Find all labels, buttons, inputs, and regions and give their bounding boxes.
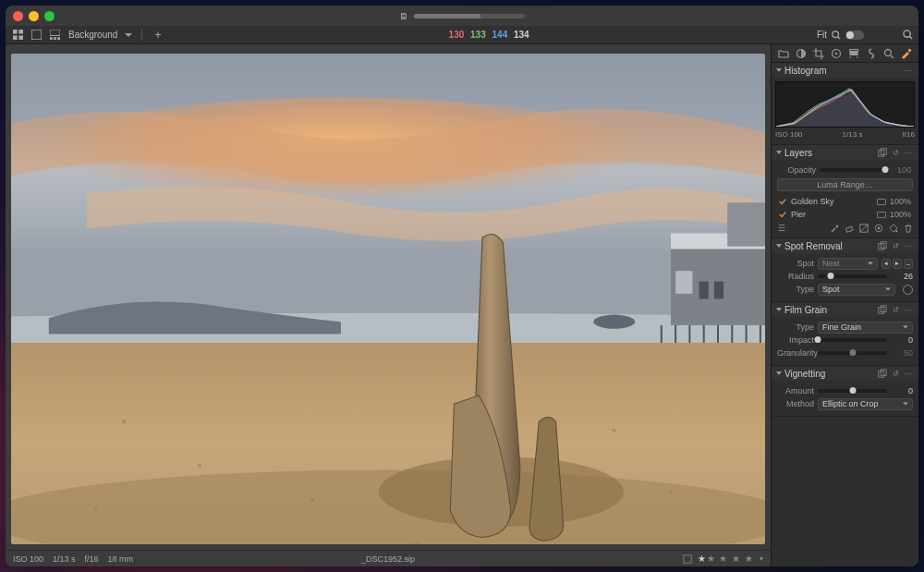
readout-l: 134 [514, 30, 529, 40]
reset-icon[interactable]: ↺ [891, 305, 900, 314]
opacity-slider[interactable] [820, 168, 885, 172]
reset-icon[interactable]: ↺ [891, 369, 900, 378]
grain-granularity-label: Granularity [777, 348, 814, 358]
readout-g: 133 [470, 30, 486, 40]
add-layer-icon[interactable]: ＋ [152, 29, 164, 42]
tab-lens-icon[interactable] [847, 47, 860, 60]
reset-icon[interactable]: ↺ [891, 241, 900, 250]
layer-item[interactable]: Pier 100% [773, 208, 917, 221]
document-icon: 🗎 [399, 11, 408, 21]
linear-gradient-icon[interactable] [859, 224, 869, 233]
disclosure-icon [776, 68, 782, 72]
tab-adjust-icon[interactable] [900, 47, 913, 60]
panel-menu-icon[interactable]: ⋯ [904, 241, 913, 250]
svg-rect-46 [849, 49, 857, 51]
tools-panel: Histogram ⋯ [771, 44, 918, 566]
panel-menu-icon[interactable]: ⋯ [904, 369, 913, 378]
close-window-button[interactable] [13, 11, 23, 21]
luma-range-button[interactable]: Luma Range… [777, 178, 913, 191]
layer-selector-label[interactable]: Background [68, 30, 117, 40]
panel-menu-icon[interactable]: ⋯ [904, 148, 913, 157]
tab-search-icon[interactable] [882, 47, 895, 60]
histogram-graph[interactable] [775, 81, 915, 128]
svg-rect-2 [13, 35, 18, 40]
radius-slider[interactable] [818, 274, 887, 278]
radius-value: 26 [891, 272, 913, 281]
spot-type-select[interactable]: Spot [818, 284, 895, 296]
delete-layer-icon[interactable] [904, 224, 913, 233]
svg-rect-3 [18, 35, 23, 40]
fullscreen-window-button[interactable] [44, 11, 55, 21]
list-tools-icon[interactable]: ☰ [777, 224, 786, 233]
spot-cursor-icon[interactable] [903, 285, 913, 295]
panel-spot-header[interactable]: Spot Removal ↺ ⋯ [772, 238, 918, 253]
vignette-amount-slider[interactable] [818, 389, 887, 393]
spot-prev-button[interactable]: ◂ [881, 259, 891, 269]
svg-point-11 [904, 30, 910, 37]
panel-menu-icon[interactable]: ⋯ [904, 305, 913, 314]
status-filename: _DSC1952.sip [361, 554, 415, 564]
panel-histogram-header[interactable]: Histogram ⋯ [772, 63, 918, 78]
grain-granularity-slider[interactable] [818, 351, 887, 355]
tab-crop-icon[interactable] [812, 47, 825, 60]
panel-grain-header[interactable]: Film Grain ↺ ⋯ [772, 302, 918, 317]
grain-impact-slider[interactable] [818, 338, 887, 342]
viewer-single-icon[interactable] [30, 29, 43, 42]
tab-exposure-icon[interactable] [795, 47, 808, 60]
svg-rect-5 [50, 30, 60, 35]
filmstrip-icon[interactable] [48, 29, 61, 42]
chevron-down-icon[interactable]: ▾ [760, 554, 763, 563]
main-toolbar: Background ＋ 130 133 144 134 Fit [6, 26, 918, 44]
minimize-window-button[interactable] [29, 11, 39, 21]
panel-vignette-header[interactable]: Vignetting ↺ ⋯ [772, 366, 918, 381]
fill-icon[interactable] [889, 224, 898, 233]
grain-type-select[interactable]: Fine Grain [818, 322, 913, 334]
zoom-fit-label[interactable]: Fit [817, 30, 827, 40]
radius-label: Radius [777, 272, 814, 281]
svg-point-38 [669, 490, 673, 493]
vignette-method-select[interactable]: Elliptic on Crop [818, 398, 913, 410]
svg-rect-21 [699, 282, 709, 299]
svg-point-39 [94, 507, 98, 511]
svg-rect-0 [13, 30, 18, 34]
vignette-amount-label: Amount [777, 386, 814, 396]
readout-b: 144 [492, 30, 508, 40]
brush-icon[interactable] [830, 224, 839, 233]
search-icon[interactable] [903, 30, 913, 40]
svg-point-53 [836, 225, 839, 228]
reset-icon[interactable]: ↺ [891, 148, 900, 157]
checkmark-icon[interactable] [779, 198, 786, 205]
disclosure-icon [776, 371, 782, 375]
status-aperture: f/16 [85, 554, 99, 564]
radial-gradient-icon[interactable] [874, 224, 883, 233]
spot-select[interactable]: Next [818, 258, 878, 270]
layer-mask-icon[interactable] [877, 212, 886, 218]
tab-library-icon[interactable] [777, 47, 790, 60]
spot-label: Spot [777, 259, 814, 268]
tab-color-icon[interactable] [830, 47, 843, 60]
image-viewer[interactable] [6, 44, 771, 550]
photo-canvas [11, 54, 765, 544]
tab-details-icon[interactable] [865, 47, 878, 60]
color-tag-icon[interactable] [683, 554, 692, 564]
copy-icon[interactable] [878, 369, 887, 378]
panel-layers-header[interactable]: Layers ↺ ⋯ [772, 145, 918, 160]
layer-item[interactable]: Golden Sky 100% [773, 195, 917, 208]
proof-toggle[interactable] [845, 30, 864, 40]
copy-icon[interactable] [878, 241, 887, 250]
panel-menu-icon[interactable]: ⋯ [904, 66, 913, 75]
copy-icon[interactable] [878, 148, 887, 157]
copy-icon[interactable] [878, 305, 887, 314]
spot-next-button[interactable]: ▸ [893, 259, 902, 269]
zoom-icon[interactable] [832, 30, 841, 40]
layer-selector-dropdown-icon[interactable] [125, 33, 132, 37]
spot-delete-button[interactable]: – [904, 259, 913, 269]
layer-opacity: 100% [890, 210, 911, 219]
svg-point-35 [198, 464, 201, 468]
rating-stars[interactable]: ★★ ★ ★ ★ [698, 554, 754, 564]
layer-mask-icon[interactable] [877, 199, 886, 205]
browser-grid-icon[interactable] [11, 29, 24, 42]
checkmark-icon[interactable] [779, 211, 786, 218]
eraser-icon[interactable] [845, 224, 854, 233]
status-shutter: 1/13 s [53, 554, 76, 564]
